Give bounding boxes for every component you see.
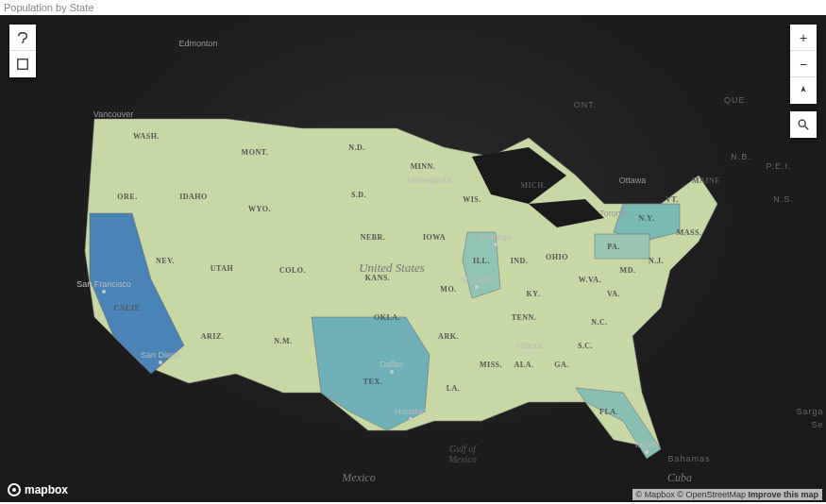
chart-title: Population by State	[0, 0, 826, 15]
geocoder-button[interactable]	[790, 111, 817, 138]
zoom-out-button[interactable]: −	[790, 51, 817, 77]
mapbox-logo[interactable]: mapbox	[8, 483, 68, 496]
search-control	[790, 111, 817, 138]
city-dot	[645, 450, 649, 454]
city-dot	[475, 285, 479, 289]
mapbox-logo-icon	[8, 483, 21, 496]
box-icon	[16, 58, 29, 71]
us-states-layer	[0, 15, 826, 502]
svg-rect-0	[18, 59, 28, 70]
navigation-controls: + −	[790, 25, 817, 104]
city-dot	[428, 186, 431, 190]
selection-controls	[9, 25, 36, 77]
svg-point-1	[799, 120, 805, 126]
improve-map-link[interactable]: Improve this map	[748, 490, 818, 499]
box-select-button[interactable]	[9, 51, 36, 77]
compass-icon	[797, 84, 810, 97]
map-container[interactable]: WASH.ORE.CALIF.IDAHONEV.UTAHARIZ.MONT.WY…	[0, 15, 826, 502]
city-dot	[527, 351, 531, 355]
compass-button[interactable]	[790, 77, 817, 104]
city-dot	[494, 243, 497, 246]
attribution-mapbox-link[interactable]: © Mapbox	[636, 490, 675, 499]
svg-line-2	[805, 126, 809, 130]
city-dot	[102, 290, 106, 294]
zoom-in-button[interactable]: +	[790, 25, 817, 51]
city-dot	[409, 417, 413, 421]
attribution: © Mapbox © OpenStreetMap Improve this ma…	[632, 489, 822, 500]
city-dot	[390, 370, 394, 374]
city-dot	[159, 361, 162, 364]
lasso-select-button[interactable]	[9, 25, 36, 51]
mapbox-logo-text: mapbox	[25, 483, 68, 496]
search-icon	[797, 118, 810, 131]
lasso-icon	[16, 31, 29, 44]
attribution-osm-link[interactable]: © OpenStreetMap	[677, 490, 746, 499]
